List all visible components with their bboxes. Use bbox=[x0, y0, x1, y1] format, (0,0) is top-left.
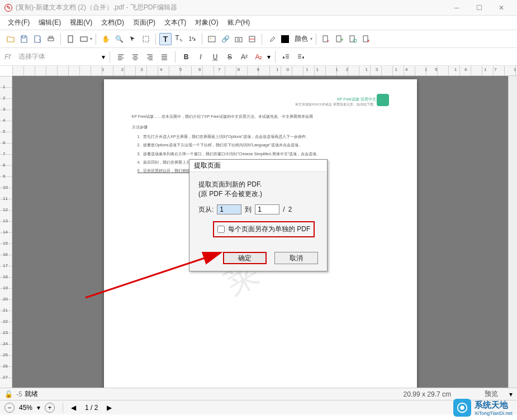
align-justify-icon[interactable] bbox=[158, 51, 170, 63]
hand-icon[interactable]: ✋ bbox=[99, 33, 112, 45]
checkbox-label: 每个页面另存为单独的 PDF bbox=[228, 225, 310, 234]
page-delete-icon[interactable] bbox=[360, 33, 372, 45]
bold-button[interactable]: B bbox=[180, 51, 192, 63]
lock-icon: 🔓 bbox=[4, 390, 13, 398]
svg-rect-2 bbox=[68, 36, 73, 42]
zoom-out-button[interactable]: − bbox=[4, 403, 15, 413]
titlebar: ✎ (复制)-新建文本文档 (2)（合并）.pdf - 飞思PDF编辑器 ─ ☐… bbox=[0, 0, 517, 16]
page-landscape-icon[interactable] bbox=[78, 33, 90, 45]
menu-object[interactable]: 对象(O) bbox=[192, 16, 221, 29]
brand-icon bbox=[453, 399, 471, 417]
page-ops1-icon[interactable] bbox=[320, 33, 332, 45]
checkbox-highlight: 每个页面另存为单独的 PDF bbox=[213, 221, 315, 237]
page-step2: 2、接着是Options选项下方出现一个下拉框，我们在下拉框内找到"Langua… bbox=[132, 142, 389, 148]
print-icon[interactable] bbox=[45, 33, 57, 45]
underline-button[interactable]: U bbox=[209, 51, 221, 63]
align-right-icon[interactable] bbox=[144, 51, 156, 63]
image-icon[interactable] bbox=[206, 33, 218, 45]
svg-point-8 bbox=[238, 39, 240, 41]
page-step3: 3、接着选项菜单列表右方弹一个窗口，我们在窗口中找到"Chinese Simpl… bbox=[132, 151, 389, 157]
svg-rect-3 bbox=[80, 37, 87, 41]
scan-icon[interactable] bbox=[246, 33, 258, 45]
to-input[interactable] bbox=[255, 204, 279, 214]
text-edit-icon[interactable]: T✎ bbox=[173, 33, 185, 45]
svg-rect-5 bbox=[208, 36, 215, 42]
maximize-button[interactable]: ☐ bbox=[468, 0, 490, 16]
page-refresh-icon[interactable] bbox=[347, 33, 359, 45]
svg-point-6 bbox=[210, 38, 211, 39]
menu-view[interactable]: 视图(V) bbox=[67, 16, 96, 29]
saveas-icon[interactable] bbox=[31, 33, 44, 45]
menubar: 文件(F) 编辑(E) 视图(V) 文档(D) 页面(P) 文本(T) 对象(O… bbox=[0, 16, 517, 30]
link-icon[interactable]: 🔗 bbox=[219, 33, 231, 45]
preview-label[interactable]: 预览 bbox=[485, 389, 498, 399]
zoom-in-button[interactable]: + bbox=[45, 403, 55, 413]
svg-rect-4 bbox=[143, 36, 149, 42]
page-subhead: 方法步骤 bbox=[132, 124, 389, 130]
eyedropper-icon[interactable] bbox=[265, 33, 278, 45]
superscript-button[interactable]: A² bbox=[238, 51, 250, 63]
brand-name: 系统天地 bbox=[475, 400, 513, 411]
strike-button[interactable]: S bbox=[224, 51, 236, 63]
menu-text[interactable]: 文本(T) bbox=[161, 16, 189, 29]
cancel-button[interactable]: 取消 bbox=[274, 252, 318, 264]
format-toolbar: Ff 选择字体 ▾ B I U S A² A₂ ▾ bbox=[0, 48, 517, 66]
open-icon[interactable] bbox=[4, 33, 17, 45]
select-icon[interactable] bbox=[140, 33, 152, 45]
dialog-line2: (原 PDF 不会被更改.) bbox=[198, 189, 318, 199]
text-num-icon[interactable]: 1²₃ bbox=[186, 33, 198, 45]
text-tool-icon[interactable]: T bbox=[159, 33, 172, 45]
total-pages: 2 bbox=[288, 206, 292, 213]
align-left-icon[interactable] bbox=[115, 51, 127, 63]
color-swatch[interactable] bbox=[279, 33, 291, 45]
dialog-line1: 提取页面到新的 PDF. bbox=[198, 180, 318, 189]
save-icon[interactable] bbox=[18, 33, 30, 45]
italic-button[interactable]: I bbox=[195, 51, 207, 63]
svg-rect-11 bbox=[336, 36, 341, 42]
svg-rect-0 bbox=[48, 38, 54, 41]
svg-rect-10 bbox=[323, 36, 328, 42]
ok-button[interactable]: 确定 bbox=[223, 252, 267, 264]
close-button[interactable]: ✕ bbox=[490, 0, 513, 16]
brand-url: XiTongTianDi.net bbox=[475, 411, 513, 416]
indent-left-icon[interactable] bbox=[280, 51, 292, 63]
page-header-sub: 英文简体版PDF大师就是 界面简单完美，如浏览下载: bbox=[132, 102, 374, 108]
font-selector[interactable]: 选择字体 bbox=[16, 50, 99, 63]
next-page-icon[interactable]: ▶ bbox=[107, 404, 112, 412]
brand-logo: 系统天地 XiTongTianDi.net bbox=[453, 399, 513, 417]
indent-right-icon[interactable] bbox=[295, 51, 307, 63]
camera-icon[interactable] bbox=[233, 33, 245, 45]
menu-edit[interactable]: 编辑(E) bbox=[35, 16, 64, 29]
page-body: KP Free试版……在本页面中，我们介绍了KP Free试版的中文设置方法。本… bbox=[132, 113, 389, 120]
app-icon: ✎ bbox=[4, 4, 12, 12]
page-step1: 1、首先打开并进入KP主界面，我们在界面最上找到"Options"选项，点击该选… bbox=[132, 133, 389, 140]
extract-pages-dialog: 提取页面 提取页面到新的 PDF. (原 PDF 不会被更改.) 页从: 到 /… bbox=[189, 159, 328, 271]
separate-pdf-checkbox[interactable] bbox=[217, 226, 225, 233]
menu-document[interactable]: 文档(D) bbox=[98, 16, 127, 29]
page-add-icon[interactable] bbox=[333, 33, 345, 45]
window-controls: ─ ☐ ✕ bbox=[445, 0, 513, 16]
page-portrait-icon[interactable] bbox=[64, 33, 77, 45]
main-toolbar: ▾ ✋ 🔍 T T✎ 1²₃ 🔗 颜色 ▾ bbox=[0, 30, 517, 48]
vertical-scrollbar[interactable] bbox=[508, 76, 517, 388]
align-center-icon[interactable] bbox=[129, 51, 141, 63]
status-bar-1: 🔓 -5 就绪 20.99 x 29.7 cm 预览 ▾ bbox=[0, 388, 517, 400]
menu-page[interactable]: 页面(P) bbox=[130, 16, 159, 29]
svg-rect-12 bbox=[350, 36, 354, 42]
from-input[interactable] bbox=[217, 204, 241, 214]
page-indicator[interactable]: 1 / 2 bbox=[85, 404, 98, 412]
vertical-ruler: 1234567891011121314151617181920212223242… bbox=[0, 76, 12, 388]
subscript-button[interactable]: A₂ bbox=[253, 51, 265, 63]
prev-page-icon[interactable]: ◀ bbox=[71, 404, 76, 412]
svg-point-17 bbox=[460, 405, 464, 409]
color-label: 颜色 bbox=[292, 34, 310, 44]
page-dimensions: 20.99 x 29.7 cm bbox=[404, 390, 451, 398]
pointer-icon[interactable] bbox=[126, 33, 139, 45]
minimize-button[interactable]: ─ bbox=[445, 0, 468, 16]
status-bar-2: − 45% ▾ + ◀ 1 / 2 ▶ bbox=[0, 400, 517, 414]
menu-file[interactable]: 文件(F) bbox=[4, 16, 33, 29]
from-label: 页从: bbox=[198, 205, 214, 214]
menu-account[interactable]: 账户(H) bbox=[224, 16, 254, 29]
zoom-level[interactable]: 45% bbox=[19, 404, 32, 412]
zoom-icon[interactable]: 🔍 bbox=[113, 33, 125, 45]
